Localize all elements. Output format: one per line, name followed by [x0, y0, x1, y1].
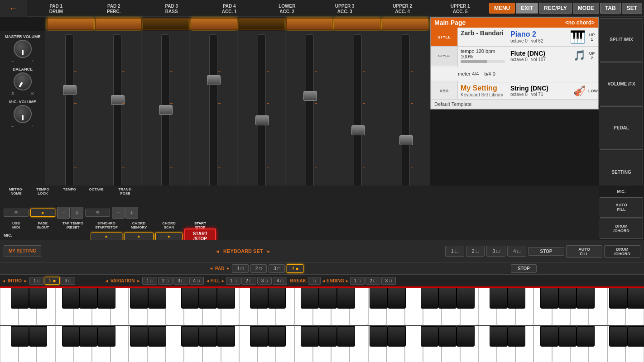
black-key-u13[interactable] [301, 288, 319, 309]
chord-memory-button[interactable]: ■ [124, 233, 154, 240]
fill-3-button[interactable]: 3 □ [257, 277, 272, 285]
black-key-l6[interactable] [130, 326, 148, 347]
black-key-l12[interactable] [268, 326, 286, 347]
black-key-l1[interactable] [11, 326, 29, 347]
black-key-u1[interactable] [11, 288, 29, 309]
balance-knob[interactable] [10, 69, 35, 94]
mp-piano2-area[interactable]: Piano 2 octave 0 vol 62 🎹 UP1 [508, 28, 598, 46]
black-key-u18[interactable] [421, 288, 439, 309]
black-key-l7[interactable] [148, 326, 166, 347]
pad-btn-6[interactable] [286, 18, 333, 30]
fill-2-button[interactable]: 2 □ [241, 277, 256, 285]
black-key-u8[interactable] [181, 288, 199, 309]
black-key-l2[interactable] [29, 326, 47, 347]
synchro-button[interactable]: ■ [91, 233, 122, 240]
break-button[interactable]: □ [308, 277, 321, 285]
tempo-lock-button[interactable]: ■ [30, 209, 55, 217]
black-key-l8[interactable] [181, 326, 199, 347]
mode-button[interactable]: MODE [573, 3, 599, 14]
black-key-u9[interactable] [199, 288, 217, 309]
fill-4-button[interactable]: 4 □ [273, 277, 287, 285]
mp-string-area[interactable]: String (DNC) octave 0 vol 71 🎻 LOW [508, 82, 598, 99]
black-key-u25[interactable] [577, 288, 595, 309]
tab-button[interactable]: TAB [600, 3, 621, 14]
black-key-l10[interactable] [217, 326, 235, 347]
tempo-minus-button[interactable]: − [57, 207, 70, 219]
intro-2-button[interactable]: 2 ■ [45, 277, 59, 285]
black-key-u20[interactable] [457, 288, 475, 309]
black-key-l14[interactable] [319, 326, 337, 347]
black-key-u22[interactable] [508, 288, 526, 309]
chord-scan-button[interactable]: ■ [155, 233, 183, 240]
black-key-u2[interactable] [29, 288, 47, 309]
pad-btn-5[interactable] [238, 18, 285, 30]
black-key-u10[interactable] [217, 288, 235, 309]
stop-btn-2[interactable]: STOP [511, 264, 537, 273]
transpose-minus-button[interactable]: − [112, 207, 125, 219]
black-key-l15[interactable] [337, 326, 355, 347]
tempo-plus-button[interactable]: + [71, 207, 83, 219]
black-key-u15[interactable] [337, 288, 355, 309]
black-key-l19[interactable] [438, 326, 457, 347]
pad-btn-8[interactable] [382, 18, 429, 30]
black-key-u6[interactable] [130, 288, 148, 309]
volume-fx-button[interactable]: VOLUME /FX [600, 62, 643, 106]
metronome-button[interactable]: ☰ [4, 209, 29, 217]
black-key-u27[interactable] [627, 288, 644, 309]
back-button[interactable]: ← [0, 0, 27, 17]
black-key-l9[interactable] [199, 326, 217, 347]
pad-num-4-button[interactable]: 4 ■ [287, 264, 303, 273]
master-volume-knob[interactable] [14, 40, 32, 58]
stop-button[interactable]: STOP [528, 247, 564, 256]
black-key-u3[interactable] [62, 288, 80, 309]
black-key-l4[interactable] [79, 326, 97, 347]
pad-btn-1[interactable] [47, 18, 94, 30]
black-key-u14[interactable] [319, 288, 337, 309]
black-key-l18[interactable] [421, 326, 439, 347]
drum-chord-right-button[interactable]: DRUM/CHORD [600, 219, 643, 239]
my-setting-button[interactable]: MY SETTING [4, 245, 41, 257]
transpose-plus-button[interactable]: + [125, 207, 138, 219]
intro-3-button[interactable]: 3 □ [61, 277, 75, 285]
fill-1-button[interactable]: 1 □ [226, 277, 240, 285]
black-key-u21[interactable] [490, 288, 508, 309]
kbd-num-4-button[interactable]: 4 □ [507, 246, 526, 257]
auto-fill-right-button[interactable]: AUTOFILL [600, 197, 643, 218]
intro-1-button[interactable]: 1 □ [29, 277, 44, 285]
auto-fill-button[interactable]: AUTOFILL [566, 245, 602, 258]
black-key-u5[interactable] [97, 288, 115, 309]
var-1-button[interactable]: 1 □ [142, 277, 157, 285]
drum-chord-button[interactable]: DRUM/CHORD [604, 245, 640, 258]
black-key-u4[interactable] [79, 288, 97, 309]
kbd-num-3-button[interactable]: 3 □ [486, 246, 505, 257]
split-mix-button[interactable]: SPLIT /MIX [600, 18, 643, 62]
black-key-l25[interactable] [577, 326, 595, 347]
exit-button[interactable]: EXIT [516, 3, 538, 14]
black-key-u7[interactable] [148, 288, 166, 309]
ending-1-button[interactable]: 1 □ [350, 277, 365, 285]
black-key-l16[interactable] [370, 326, 388, 347]
pad-btn-4[interactable] [191, 18, 238, 30]
black-key-l17[interactable] [388, 326, 406, 347]
pad-btn-7[interactable] [334, 18, 381, 30]
mp-kbd-area[interactable]: My Setting Keyboard Set Library [458, 82, 508, 99]
kbd-num-1-button[interactable]: 1 □ [445, 246, 464, 257]
black-key-l26[interactable] [609, 326, 627, 347]
black-key-l3[interactable] [62, 326, 80, 347]
black-key-l5[interactable] [97, 326, 115, 347]
black-key-u16[interactable] [370, 288, 388, 309]
var-3-button[interactable]: 3 □ [173, 277, 188, 285]
black-key-u11[interactable] [250, 288, 268, 309]
var-4-button[interactable]: 4 □ [189, 277, 204, 285]
black-key-u12[interactable] [268, 288, 286, 309]
pad-num-3-button[interactable]: 3 □ [269, 264, 285, 273]
black-key-l20[interactable] [457, 326, 475, 347]
black-key-l24[interactable] [558, 326, 577, 347]
mp-flute-area[interactable]: Flute (DNC) octave 0 vol 107 🎵 UP2 [508, 47, 598, 65]
black-key-l27[interactable] [627, 326, 644, 347]
black-key-l22[interactable] [508, 326, 526, 347]
black-key-u19[interactable] [438, 288, 457, 309]
black-key-l21[interactable] [490, 326, 508, 347]
menu-button[interactable]: MENU [489, 3, 515, 14]
rec-ply-button[interactable]: REC/PLY [539, 3, 572, 14]
